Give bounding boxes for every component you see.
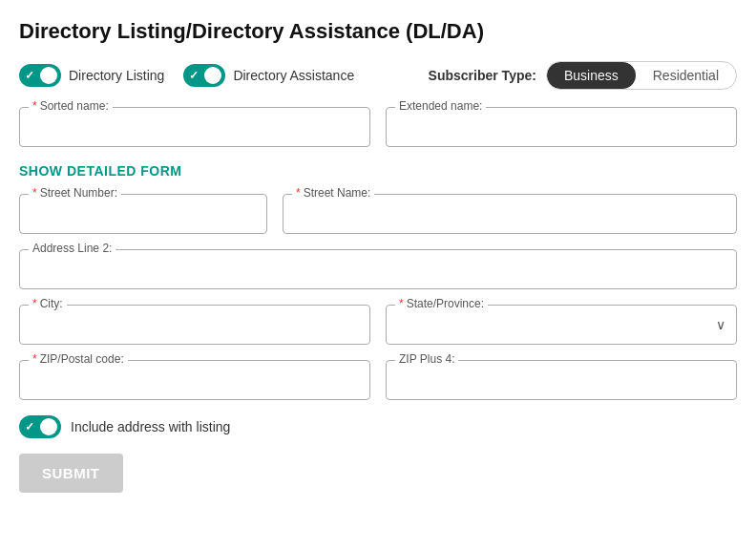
street-number-required: *: [32, 186, 37, 200]
submit-button[interactable]: SUBMIT: [19, 454, 123, 493]
address-line2-row: Address Line 2:: [19, 249, 737, 289]
directory-listing-toggle[interactable]: ✓: [19, 64, 61, 87]
extended-name-input[interactable]: [386, 107, 737, 147]
state-required: *: [399, 297, 404, 310]
city-required: *: [32, 297, 37, 310]
street-name-field: *Street Name:: [283, 194, 737, 234]
toggle-check-icon: ✓: [25, 69, 34, 82]
directory-assistance-label: Directory Assistance: [233, 68, 354, 83]
zip-row: *ZIP/Postal code: ZIP Plus 4:: [19, 360, 737, 400]
address-line2-field: Address Line 2:: [19, 249, 737, 289]
extended-name-label: Extended name:: [395, 99, 486, 113]
zip-postal-field: *ZIP/Postal code:: [19, 360, 370, 400]
subscriber-type-section: Subscriber Type: Business Residential: [429, 61, 737, 90]
state-select-wrapper: Alabama Alaska Arizona California Colora…: [386, 305, 737, 345]
sorted-name-input[interactable]: [19, 107, 370, 147]
state-province-select[interactable]: Alabama Alaska Arizona California Colora…: [386, 305, 737, 345]
directory-listing-label: Directory Listing: [69, 68, 164, 83]
zip-postal-input[interactable]: [19, 360, 370, 400]
street-fields-row: *Street Number: *Street Name:: [19, 194, 737, 234]
page-title: Directory Listing/Directory Assistance (…: [19, 19, 737, 44]
directory-listing-toggle-group: ✓ Directory Listing: [19, 64, 164, 87]
sorted-name-label: *Sorted name:: [29, 99, 113, 113]
zip-plus4-label: ZIP Plus 4:: [395, 352, 458, 366]
subscriber-type-label: Subscriber Type:: [429, 68, 536, 83]
city-input[interactable]: [19, 305, 370, 345]
subscriber-type-buttons: Business Residential: [546, 61, 737, 90]
street-name-input[interactable]: [283, 194, 737, 234]
extended-name-field: Extended name:: [386, 107, 737, 147]
zip-plus4-field: ZIP Plus 4:: [386, 360, 737, 400]
include-address-toggle[interactable]: ✓: [19, 415, 61, 438]
city-label: *City:: [29, 297, 67, 310]
show-detailed-form-link[interactable]: SHOW DETAILED FORM: [19, 163, 182, 179]
name-fields-row: *Sorted name: Extended name:: [19, 107, 737, 147]
sorted-name-required: *: [32, 99, 37, 113]
toggle-check-icon2: ✓: [189, 69, 199, 82]
city-field: *City:: [19, 305, 370, 345]
top-controls-row: ✓ Directory Listing ✓ Directory Assistan…: [19, 61, 737, 90]
directory-assistance-toggle-group: ✓ Directory Assistance: [183, 64, 354, 87]
subscriber-business-button[interactable]: Business: [547, 62, 636, 89]
toggle-check-icon3: ✓: [25, 420, 34, 434]
include-address-row: ✓ Include address with listing: [19, 415, 737, 438]
directory-assistance-toggle[interactable]: ✓: [183, 64, 225, 87]
zip-required: *: [32, 352, 37, 366]
city-state-row: *City: *State/Province: Alabama Alaska A…: [19, 305, 737, 345]
state-province-field: *State/Province: Alabama Alaska Arizona …: [386, 305, 737, 345]
zip-plus4-input[interactable]: [386, 360, 737, 400]
address-line2-label: Address Line 2:: [29, 242, 116, 255]
street-number-label: *Street Number:: [29, 186, 121, 200]
subscriber-residential-button[interactable]: Residential: [636, 62, 736, 89]
street-number-field: *Street Number:: [19, 194, 267, 234]
street-name-label: *Street Name:: [292, 186, 374, 200]
include-address-label: Include address with listing: [71, 419, 230, 434]
address-line2-input[interactable]: [19, 249, 737, 289]
zip-postal-label: *ZIP/Postal code:: [29, 352, 128, 366]
state-province-label: *State/Province:: [395, 297, 488, 310]
street-name-required: *: [296, 186, 301, 200]
sorted-name-field: *Sorted name:: [19, 107, 370, 147]
street-number-input[interactable]: [19, 194, 267, 234]
